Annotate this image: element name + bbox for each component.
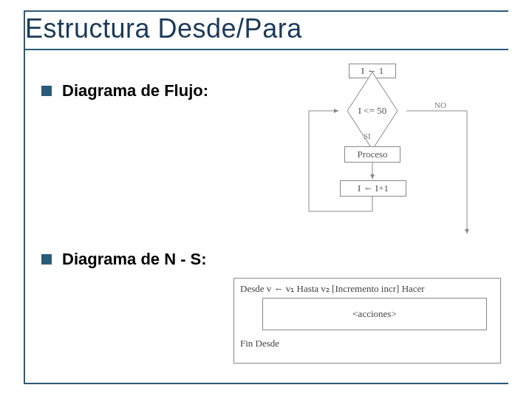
bullet-square-icon xyxy=(41,86,52,96)
flowchart-incr-box: I ← I+1 xyxy=(340,180,406,197)
flowchart-no-label: NO xyxy=(434,100,446,109)
flowchart-condition-text: I <= 50 xyxy=(358,105,387,117)
flowchart: I ← 1 I <= 50 SI NO Proceso I ← I+1 xyxy=(296,64,495,239)
ns-chart: Desde v ← v₁ Hasta v₂ [Incremento incr] … xyxy=(233,278,501,364)
ns-header: Desde v ← v₁ Hasta v₂ [Incremento incr] … xyxy=(234,279,500,298)
ns-footer: Fin Desde xyxy=(234,335,500,354)
flowchart-decision: I <= 50 xyxy=(340,93,405,129)
bullet-flowchart-label: Diagrama de Flujo: xyxy=(62,81,208,100)
bullet-ns: Diagrama de N - S: xyxy=(41,250,207,269)
ns-body-box: <acciones> xyxy=(262,298,487,330)
bullet-flowchart: Diagrama de Flujo: xyxy=(41,81,208,100)
title-underline xyxy=(25,49,508,50)
slide-title: Estructura Desde/Para xyxy=(25,13,302,44)
ns-body-text: <acciones> xyxy=(352,308,396,320)
bullet-square-icon xyxy=(41,254,52,265)
flowchart-process-text: Proceso xyxy=(357,149,387,160)
flowchart-yes-label: SI xyxy=(364,132,371,140)
flowchart-process-box: Proceso xyxy=(344,146,400,163)
bullet-ns-label: Diagrama de N - S: xyxy=(62,250,207,269)
flowchart-incr-text: I ← I+1 xyxy=(358,183,389,194)
